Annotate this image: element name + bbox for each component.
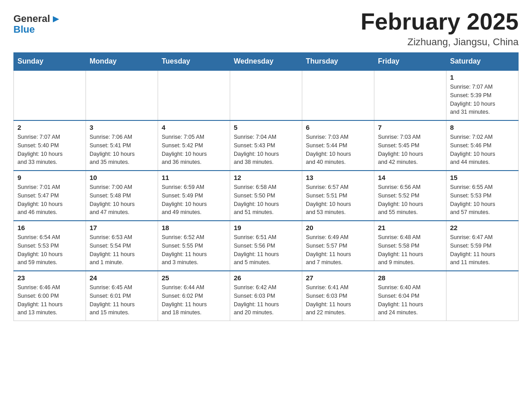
- day-of-week-header: Thursday: [302, 53, 374, 71]
- day-info: Sunrise: 6:49 AM Sunset: 5:57 PM Dayligh…: [306, 233, 370, 267]
- day-number: 19: [234, 224, 298, 231]
- calendar-week-row: 2Sunrise: 7:07 AM Sunset: 5:40 PM Daylig…: [14, 120, 519, 171]
- calendar-day-cell: 1Sunrise: 7:07 AM Sunset: 5:39 PM Daylig…: [446, 70, 519, 120]
- day-of-week-header: Monday: [86, 53, 158, 71]
- calendar-title: February 2025: [360, 9, 519, 34]
- day-of-week-header: Tuesday: [158, 53, 230, 71]
- day-number: 22: [450, 224, 515, 231]
- day-info: Sunrise: 6:46 AM Sunset: 6:00 PM Dayligh…: [17, 283, 82, 317]
- day-info: Sunrise: 7:02 AM Sunset: 5:46 PM Dayligh…: [450, 133, 515, 167]
- day-info: Sunrise: 6:54 AM Sunset: 5:53 PM Dayligh…: [17, 233, 82, 267]
- calendar-day-cell: 23Sunrise: 6:46 AM Sunset: 6:00 PM Dayli…: [14, 271, 86, 321]
- day-info: Sunrise: 7:03 AM Sunset: 5:44 PM Dayligh…: [306, 133, 370, 167]
- day-info: Sunrise: 6:47 AM Sunset: 5:59 PM Dayligh…: [450, 233, 515, 267]
- calendar-day-cell: [446, 271, 519, 321]
- title-block: February 2025 Zizhuang, Jiangsu, China: [360, 9, 519, 48]
- calendar-day-cell: 3Sunrise: 7:06 AM Sunset: 5:41 PM Daylig…: [86, 120, 158, 171]
- calendar-table: SundayMondayTuesdayWednesdayThursdayFrid…: [13, 52, 519, 321]
- day-number: 11: [162, 174, 226, 181]
- day-number: 5: [234, 124, 298, 131]
- day-info: Sunrise: 7:05 AM Sunset: 5:42 PM Dayligh…: [162, 133, 226, 167]
- day-info: Sunrise: 6:42 AM Sunset: 6:03 PM Dayligh…: [234, 283, 298, 317]
- day-info: Sunrise: 6:57 AM Sunset: 5:51 PM Dayligh…: [306, 183, 370, 217]
- calendar-day-cell: 13Sunrise: 6:57 AM Sunset: 5:51 PM Dayli…: [302, 171, 374, 221]
- calendar-day-cell: 28Sunrise: 6:40 AM Sunset: 6:04 PM Dayli…: [374, 271, 446, 321]
- day-info: Sunrise: 7:04 AM Sunset: 5:43 PM Dayligh…: [234, 133, 298, 167]
- logo-arrow-icon: [51, 14, 61, 24]
- calendar-week-row: 9Sunrise: 7:01 AM Sunset: 5:47 PM Daylig…: [14, 171, 519, 221]
- day-info: Sunrise: 6:56 AM Sunset: 5:52 PM Dayligh…: [378, 183, 442, 217]
- day-info: Sunrise: 6:58 AM Sunset: 5:50 PM Dayligh…: [234, 183, 298, 217]
- calendar-day-cell: 18Sunrise: 6:52 AM Sunset: 5:55 PM Dayli…: [158, 221, 230, 271]
- logo: General Blue: [13, 13, 61, 35]
- day-number: 21: [378, 224, 442, 231]
- calendar-day-cell: [14, 70, 86, 120]
- calendar-day-cell: 24Sunrise: 6:45 AM Sunset: 6:01 PM Dayli…: [86, 271, 158, 321]
- day-info: Sunrise: 6:48 AM Sunset: 5:58 PM Dayligh…: [378, 233, 442, 267]
- calendar-day-cell: 14Sunrise: 6:56 AM Sunset: 5:52 PM Dayli…: [374, 171, 446, 221]
- calendar-day-cell: 16Sunrise: 6:54 AM Sunset: 5:53 PM Dayli…: [14, 221, 86, 271]
- calendar-day-cell: 11Sunrise: 6:59 AM Sunset: 5:49 PM Dayli…: [158, 171, 230, 221]
- day-number: 28: [378, 274, 442, 282]
- calendar-day-cell: [230, 70, 302, 120]
- day-info: Sunrise: 7:00 AM Sunset: 5:48 PM Dayligh…: [90, 183, 154, 217]
- day-number: 7: [378, 124, 442, 131]
- day-number: 13: [306, 174, 370, 181]
- calendar-day-cell: 12Sunrise: 6:58 AM Sunset: 5:50 PM Dayli…: [230, 171, 302, 221]
- day-number: 24: [90, 274, 154, 282]
- calendar-day-cell: 9Sunrise: 7:01 AM Sunset: 5:47 PM Daylig…: [14, 171, 86, 221]
- day-number: 25: [162, 274, 226, 282]
- calendar-day-cell: 10Sunrise: 7:00 AM Sunset: 5:48 PM Dayli…: [86, 171, 158, 221]
- day-number: 27: [306, 274, 370, 282]
- day-info: Sunrise: 7:07 AM Sunset: 5:40 PM Dayligh…: [17, 133, 82, 167]
- day-info: Sunrise: 6:45 AM Sunset: 6:01 PM Dayligh…: [90, 283, 154, 317]
- day-number: 3: [90, 124, 154, 131]
- day-number: 10: [90, 174, 154, 181]
- day-info: Sunrise: 6:55 AM Sunset: 5:53 PM Dayligh…: [450, 183, 515, 217]
- logo-blue-text: Blue: [13, 24, 35, 35]
- calendar-day-cell: 6Sunrise: 7:03 AM Sunset: 5:44 PM Daylig…: [302, 120, 374, 171]
- svg-marker-0: [53, 16, 59, 22]
- calendar-day-cell: 15Sunrise: 6:55 AM Sunset: 5:53 PM Dayli…: [446, 171, 519, 221]
- page-header: General Blue February 2025 Zizhuang, Jia…: [13, 9, 519, 48]
- day-number: 9: [17, 174, 82, 181]
- calendar-day-cell: [302, 70, 374, 120]
- calendar-week-row: 16Sunrise: 6:54 AM Sunset: 5:53 PM Dayli…: [14, 221, 519, 271]
- day-number: 12: [234, 174, 298, 181]
- day-info: Sunrise: 7:01 AM Sunset: 5:47 PM Dayligh…: [17, 183, 82, 217]
- calendar-day-cell: 20Sunrise: 6:49 AM Sunset: 5:57 PM Dayli…: [302, 221, 374, 271]
- day-info: Sunrise: 7:06 AM Sunset: 5:41 PM Dayligh…: [90, 133, 154, 167]
- day-number: 20: [306, 224, 370, 231]
- calendar-day-cell: 4Sunrise: 7:05 AM Sunset: 5:42 PM Daylig…: [158, 120, 230, 171]
- day-info: Sunrise: 6:40 AM Sunset: 6:04 PM Dayligh…: [378, 283, 442, 317]
- day-info: Sunrise: 6:52 AM Sunset: 5:55 PM Dayligh…: [162, 233, 226, 267]
- calendar-day-cell: 21Sunrise: 6:48 AM Sunset: 5:58 PM Dayli…: [374, 221, 446, 271]
- day-number: 18: [162, 224, 226, 231]
- calendar-day-cell: [158, 70, 230, 120]
- day-number: 4: [162, 124, 226, 131]
- day-of-week-header: Wednesday: [230, 53, 302, 71]
- day-number: 14: [378, 174, 442, 181]
- calendar-day-cell: 7Sunrise: 7:03 AM Sunset: 5:45 PM Daylig…: [374, 120, 446, 171]
- calendar-day-cell: 22Sunrise: 6:47 AM Sunset: 5:59 PM Dayli…: [446, 221, 519, 271]
- calendar-subtitle: Zizhuang, Jiangsu, China: [360, 36, 519, 48]
- day-info: Sunrise: 7:07 AM Sunset: 5:39 PM Dayligh…: [450, 83, 515, 116]
- day-number: 17: [90, 224, 154, 231]
- calendar-day-cell: [86, 70, 158, 120]
- calendar-header-row: SundayMondayTuesdayWednesdayThursdayFrid…: [14, 53, 519, 71]
- day-info: Sunrise: 6:41 AM Sunset: 6:03 PM Dayligh…: [306, 283, 370, 317]
- day-number: 1: [450, 73, 515, 81]
- day-number: 26: [234, 274, 298, 282]
- calendar-week-row: 1Sunrise: 7:07 AM Sunset: 5:39 PM Daylig…: [14, 70, 519, 120]
- day-of-week-header: Sunday: [14, 53, 86, 71]
- logo-general-text: General: [13, 13, 50, 24]
- calendar-day-cell: 27Sunrise: 6:41 AM Sunset: 6:03 PM Dayli…: [302, 271, 374, 321]
- calendar-day-cell: 2Sunrise: 7:07 AM Sunset: 5:40 PM Daylig…: [14, 120, 86, 171]
- day-info: Sunrise: 6:59 AM Sunset: 5:49 PM Dayligh…: [162, 183, 226, 217]
- day-info: Sunrise: 6:53 AM Sunset: 5:54 PM Dayligh…: [90, 233, 154, 267]
- day-number: 23: [17, 274, 82, 282]
- day-number: 15: [450, 174, 515, 181]
- calendar-day-cell: [374, 70, 446, 120]
- day-number: 6: [306, 124, 370, 131]
- day-of-week-header: Friday: [374, 53, 446, 71]
